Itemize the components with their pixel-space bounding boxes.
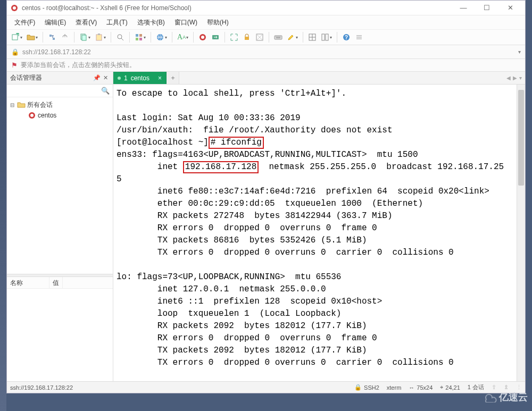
layout-button[interactable] xyxy=(307,31,318,43)
panel-close-icon[interactable]: ✕ xyxy=(101,74,110,81)
pin-icon[interactable]: 📌 xyxy=(93,74,101,81)
properties-body xyxy=(7,289,113,381)
col-name[interactable]: 名称 xyxy=(7,277,49,288)
maximize-button[interactable]: ☐ xyxy=(475,1,498,15)
highlight-cmd: # ifconfig xyxy=(209,137,264,149)
term-line: To escape to local shell, press 'Ctrl+Al… xyxy=(117,89,346,98)
term-line: RX packets 272748 bytes 381422944 (363.7… xyxy=(117,211,392,221)
lock-button[interactable] xyxy=(242,31,252,43)
session-manager-header[interactable]: 会话管理器 📌 ✕ xyxy=(7,72,113,85)
svg-rect-16 xyxy=(245,37,249,40)
svg-rect-2 xyxy=(12,35,18,40)
separator-icon xyxy=(111,32,111,43)
window-controls: — ☐ ✕ xyxy=(452,1,522,15)
search-icon[interactable]: 🔍 xyxy=(101,87,110,95)
address-bar[interactable]: 🔒 ssh://192.168.17.128:22 ▾ xyxy=(7,45,525,59)
reconnect-button[interactable] xyxy=(47,31,57,43)
term-line: 5 xyxy=(117,174,122,184)
term-inet-post: netmask 255.255.255.0 broadcast 192.168.… xyxy=(259,162,504,172)
separator-icon xyxy=(225,32,225,43)
tab-prev-icon[interactable]: ◀ xyxy=(506,75,511,81)
status-size: ↔75x24 xyxy=(409,384,433,391)
separator-icon xyxy=(43,32,43,43)
search-input[interactable] xyxy=(10,87,101,95)
collapse-icon[interactable]: ⊟ xyxy=(9,102,15,108)
tab-label: centos xyxy=(131,74,149,82)
transparency-button[interactable] xyxy=(254,31,265,43)
menu-help[interactable]: 帮助(H) xyxy=(203,16,233,29)
tab-close-icon[interactable]: × xyxy=(158,74,162,82)
address-dropdown-icon[interactable]: ▾ xyxy=(518,49,521,55)
term-line: inet6 fe80::e3c7:14af:6e4d:7216 prefixle… xyxy=(117,187,489,196)
separator-icon xyxy=(74,32,74,43)
tile-button[interactable]: ▾ xyxy=(320,31,333,43)
svg-point-14 xyxy=(201,36,204,39)
web-button[interactable]: ▾ xyxy=(155,31,168,43)
highlight-ip: 192.168.17.128 xyxy=(183,161,259,173)
terminal-scrollbar[interactable] xyxy=(517,85,525,381)
separator-icon xyxy=(151,32,151,43)
svg-text:?: ? xyxy=(345,35,348,40)
tree-item-label: centos xyxy=(38,112,56,119)
flag-icon: ⚑ xyxy=(11,61,18,69)
find-button[interactable] xyxy=(115,31,126,43)
highlight-button[interactable]: ▾ xyxy=(286,31,299,43)
titlebar[interactable]: centos - root@localhost:~ - Xshell 6 (Fr… xyxy=(7,1,525,15)
tree-root[interactable]: ⊟ 所有会话 xyxy=(9,99,111,110)
window-title: centos - root@localhost:~ - Xshell 6 (Fr… xyxy=(22,4,452,12)
copy-button[interactable]: ▾ xyxy=(78,31,92,43)
help-button[interactable]: ? xyxy=(341,31,352,43)
menu-view[interactable]: 查看(V) xyxy=(71,16,101,29)
toolbar-options-button[interactable] xyxy=(354,31,364,43)
status-extra: ⋮ xyxy=(516,384,522,391)
new-session-button[interactable]: ▾ xyxy=(10,31,23,43)
tab-menu-icon[interactable]: ▾ xyxy=(519,75,522,81)
address-text[interactable]: ssh://192.168.17.128:22 xyxy=(22,48,515,56)
term-line: RX errors 0 dropped 0 overruns 0 frame 0 xyxy=(117,333,377,343)
svg-rect-6 xyxy=(98,33,100,35)
scrollbar-thumb[interactable] xyxy=(518,90,524,186)
keyboard-button[interactable] xyxy=(273,31,284,43)
session-tree[interactable]: ⊟ 所有会话 centos xyxy=(7,97,113,274)
term-line: inet 127.0.0.1 netmask 255.0.0.0 xyxy=(117,284,326,294)
tab-centos[interactable]: 1 centos × xyxy=(113,72,167,84)
paste-button[interactable]: ▾ xyxy=(94,31,107,43)
font-button[interactable]: AA▾ xyxy=(176,31,189,43)
term-line: ens33: flags=4163<UP,BROADCAST,RUNNING,M… xyxy=(117,150,418,160)
xshell-logo-button[interactable] xyxy=(197,31,208,43)
minimize-button[interactable]: — xyxy=(452,1,475,15)
term-line: inet6 ::1 prefixlen 128 scopeid 0x10<hos… xyxy=(117,297,382,306)
session-icon xyxy=(28,111,36,120)
disconnect-button[interactable] xyxy=(60,31,70,43)
open-button[interactable]: ▾ xyxy=(26,31,39,43)
session-manager-title: 会话管理器 xyxy=(10,73,42,82)
xshell-window: centos - root@localhost:~ - Xshell 6 (Fr… xyxy=(6,0,526,393)
svg-rect-11 xyxy=(139,38,142,40)
tab-nav: ◀ ▶ ▾ xyxy=(503,72,525,84)
term-line: ether 00:0c:29:c9:dd:05 txqueuelen 1000 … xyxy=(117,199,423,208)
menu-tools[interactable]: 工具(T) xyxy=(102,16,131,29)
menu-window[interactable]: 窗口(W) xyxy=(170,16,202,29)
close-button[interactable]: ✕ xyxy=(498,1,522,15)
xftp-button[interactable] xyxy=(210,31,221,43)
terminal[interactable]: To escape to local shell, press 'Ctrl+Al… xyxy=(113,85,525,381)
properties-header: 名称 值 xyxy=(7,277,113,289)
status-num: ⇭ xyxy=(504,384,509,391)
properties-button[interactable]: ▾ xyxy=(134,31,147,43)
status-bar: ssh://192.168.17.128:22 🔒SSH2 xterm ↔75x… xyxy=(7,381,525,393)
tab-next-icon[interactable]: ▶ xyxy=(513,75,517,81)
term-line: RX packets 2092 bytes 182012 (177.7 KiB) xyxy=(117,321,367,331)
menu-edit[interactable]: 编辑(E) xyxy=(40,16,70,29)
menubar: 文件(F) 编辑(E) 查看(V) 工具(T) 选项卡(B) 窗口(W) 帮助(… xyxy=(7,15,525,29)
tab-add-button[interactable]: ＋ xyxy=(167,72,179,84)
session-search[interactable]: 🔍 xyxy=(7,85,113,97)
menu-tabs[interactable]: 选项卡(B) xyxy=(133,16,169,29)
separator-icon xyxy=(129,32,130,43)
menu-file[interactable]: 文件(F) xyxy=(10,16,39,29)
status-term: xterm xyxy=(387,384,402,391)
term-line: TX packets 86816 bytes 5352426 (5.1 MiB) xyxy=(117,236,367,245)
term-line: TX packets 2092 bytes 182012 (177.7 KiB) xyxy=(117,346,367,355)
tree-item-centos[interactable]: centos xyxy=(9,110,111,121)
col-value[interactable]: 值 xyxy=(49,277,63,288)
fullscreen-button[interactable] xyxy=(229,31,239,43)
